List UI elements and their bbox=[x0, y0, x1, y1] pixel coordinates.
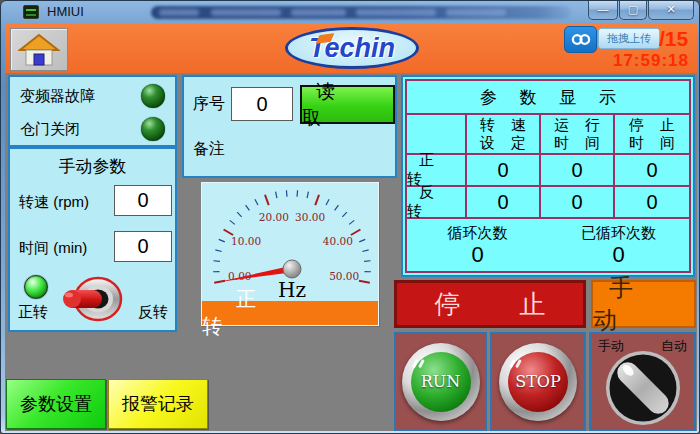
home-icon bbox=[18, 33, 60, 67]
manual-mode-button[interactable]: 手 动 bbox=[591, 280, 696, 328]
column-header-speed: 转 速 设 定 bbox=[467, 115, 541, 155]
gauge-svg: Hz 0.0010.0020.0030.0040.0050.00 bbox=[202, 183, 380, 301]
svg-text:10.00: 10.00 bbox=[231, 235, 261, 247]
app-window: HMIUI — ▢ ✕ Techin 拖拽上传 /15 17:59:18 bbox=[0, 0, 700, 434]
maximize-button[interactable]: ▢ bbox=[619, 1, 647, 20]
stop-button-face: STOP bbox=[508, 352, 568, 412]
reverse-label: 反转 bbox=[138, 303, 168, 322]
status-row-inverter: 变频器故障 bbox=[10, 79, 175, 113]
parameter-settings-button[interactable]: 参数设置 bbox=[6, 379, 106, 429]
run-button-panel: RUN bbox=[394, 332, 487, 431]
svg-text:30.00: 30.00 bbox=[295, 211, 325, 223]
selector-manual-label: 手动 bbox=[598, 337, 624, 355]
table-cell: 0 bbox=[467, 187, 541, 219]
minimize-button[interactable]: — bbox=[588, 1, 618, 20]
column-header-line: 停 止 bbox=[623, 116, 681, 134]
door-closed-lamp-icon bbox=[141, 117, 165, 141]
time-label: 时间 (min) bbox=[19, 239, 87, 258]
column-header-line: 设 定 bbox=[474, 134, 532, 152]
read-button[interactable]: 读 取 bbox=[300, 85, 395, 124]
status-row-door: 仓门关闭 bbox=[10, 112, 175, 146]
time-input[interactable] bbox=[114, 231, 172, 262]
titlebar[interactable]: HMIUI — ▢ ✕ bbox=[1, 1, 700, 23]
stop-command-button[interactable]: 停 止 bbox=[394, 280, 586, 328]
svg-text:20.00: 20.00 bbox=[259, 211, 289, 223]
alarm-record-button[interactable]: 报警记录 bbox=[108, 379, 208, 429]
index-input[interactable] bbox=[231, 87, 293, 121]
selector-auto-label: 自动 bbox=[661, 337, 687, 355]
stop-button-panel: STOP bbox=[490, 332, 586, 431]
rotation-status-bar: 正 转 bbox=[202, 301, 378, 325]
svg-text:50.00: 50.00 bbox=[329, 270, 359, 282]
frequency-gauge-panel: Hz 0.0010.0020.0030.0040.0050.00 正 转 bbox=[201, 182, 379, 326]
column-header-stoptime: 停 止 时 间 bbox=[615, 115, 689, 155]
speed-label: 转速 (rpm) bbox=[19, 193, 89, 212]
cycle-counters: 循环次数 0 已循环次数 0 bbox=[407, 219, 689, 271]
speed-input[interactable] bbox=[114, 185, 172, 216]
record-panel: 序号 读 取 备注 bbox=[182, 75, 397, 178]
stop-push-button[interactable]: STOP bbox=[499, 343, 577, 421]
mode-selector-panel: 手动 自动 bbox=[589, 332, 696, 431]
manual-panel-title: 手动参数 bbox=[10, 155, 175, 178]
app-icon bbox=[23, 5, 39, 19]
table-cell: 0 bbox=[615, 155, 689, 187]
clock-display: 17:59:18 bbox=[613, 51, 689, 71]
drag-upload-button[interactable]: 拖拽上传 bbox=[598, 28, 660, 49]
status-label: 变频器故障 bbox=[20, 87, 141, 106]
inverter-fault-lamp-icon bbox=[141, 84, 165, 108]
cloud-share-button[interactable] bbox=[564, 26, 597, 53]
cycled-count-value: 0 bbox=[612, 243, 624, 267]
svg-text:40.00: 40.00 bbox=[323, 235, 353, 247]
column-header-line: 时 间 bbox=[548, 134, 606, 152]
table-title: 参 数 显 示 bbox=[407, 81, 689, 115]
window-controls: — ▢ ✕ bbox=[588, 1, 694, 20]
parameter-table: 参 数 显 示 转 速 设 定 运 行 时 间 停 止 时 间 正 转 0 0 … bbox=[405, 79, 691, 273]
share-link-icon bbox=[571, 32, 591, 47]
home-button[interactable] bbox=[10, 28, 68, 71]
parameter-display-panel: 参 数 显 示 转 速 设 定 运 行 时 间 停 止 时 间 正 转 0 0 … bbox=[401, 75, 695, 277]
column-header-line: 时 间 bbox=[623, 134, 681, 152]
cycle-count-value: 0 bbox=[471, 243, 483, 267]
note-label: 备注 bbox=[193, 139, 225, 160]
table-cell: 0 bbox=[541, 155, 615, 187]
mode-selector-knob[interactable] bbox=[604, 349, 682, 427]
table-cell: 0 bbox=[467, 155, 541, 187]
window-title: HMIUI bbox=[47, 4, 84, 19]
index-label: 序号 bbox=[193, 94, 225, 115]
table-corner-cell bbox=[407, 115, 467, 155]
cycle-count-label: 循环次数 bbox=[448, 224, 508, 243]
forward-run-lamp-icon bbox=[24, 275, 48, 299]
row-header-reverse: 反 转 bbox=[407, 187, 467, 219]
status-label: 仓门关闭 bbox=[20, 120, 141, 139]
manual-parameters-panel: 手动参数 转速 (rpm) 时间 (min) 正转 反转 bbox=[8, 147, 177, 332]
forward-label: 正转 bbox=[18, 303, 48, 322]
column-header-runtime: 运 行 时 间 bbox=[541, 115, 615, 155]
run-push-button[interactable]: RUN bbox=[402, 343, 480, 421]
brand-logo: Techin bbox=[285, 27, 419, 69]
table-cell: 0 bbox=[615, 187, 689, 219]
page-indicator: /15 bbox=[659, 27, 688, 51]
run-button-face: RUN bbox=[411, 352, 471, 412]
close-button[interactable]: ✕ bbox=[648, 1, 694, 20]
status-panel: 变频器故障 仓门关闭 bbox=[8, 75, 177, 147]
table-cell: 0 bbox=[541, 187, 615, 219]
cycled-count-label: 已循环次数 bbox=[581, 224, 656, 243]
direction-toggle-switch[interactable] bbox=[60, 275, 126, 323]
titlebar-blurred-path bbox=[151, 6, 571, 19]
column-header-line: 运 行 bbox=[548, 116, 606, 134]
column-header-line: 转 速 bbox=[474, 116, 532, 134]
